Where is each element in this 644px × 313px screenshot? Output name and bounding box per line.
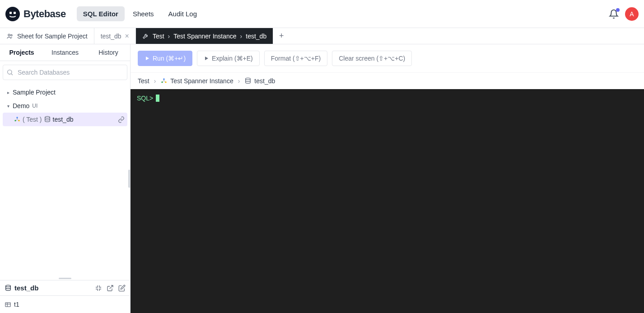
- schema-pane-title: test_db: [14, 284, 38, 292]
- logo[interactable]: Bytebase: [5, 7, 66, 21]
- tree-tag: UI: [32, 103, 37, 109]
- button-label: Format (⇧+⌥+F): [271, 55, 321, 62]
- play-icon: [145, 56, 150, 61]
- svg-point-6: [16, 117, 18, 118]
- svg-point-4: [11, 34, 12, 36]
- tab-crumb-instance: Test Spanner Instance: [173, 33, 236, 40]
- sql-terminal[interactable]: SQL>: [131, 89, 644, 313]
- spanner-icon: [160, 77, 168, 85]
- header-nav: SQL Editor Sheets Audit Log: [77, 6, 203, 21]
- tab-untitled[interactable]: test_db ×: [94, 28, 136, 44]
- explain-button[interactable]: Explain (⌘+E): [197, 51, 260, 66]
- schema-pane-actions: [95, 285, 126, 292]
- schema-pane-header: test_db: [0, 280, 130, 296]
- search-databases: [3, 65, 127, 80]
- chevron-right-icon: ▸: [5, 90, 11, 95]
- svg-point-0: [5, 7, 20, 21]
- app-header: Bytebase SQL Editor Sheets Audit Log A: [0, 0, 644, 28]
- svg-point-3: [8, 34, 10, 36]
- tree-db-testdb[interactable]: ( Test ) test_db: [3, 113, 127, 126]
- tab-label: test_db: [101, 33, 121, 40]
- svg-point-8: [18, 120, 19, 121]
- link-icon[interactable]: [118, 116, 125, 123]
- tab-crumb-env: Test: [153, 33, 164, 40]
- sidebar-resize-handle[interactable]: [128, 170, 130, 188]
- database-icon: [5, 285, 12, 292]
- spanner-icon: [14, 116, 21, 123]
- editor-tabs: Sheet for Sample Project test_db × Test …: [0, 28, 644, 44]
- tree-project-demo[interactable]: ▾ Demo UI: [3, 99, 127, 113]
- crumb-env[interactable]: Test: [138, 77, 149, 85]
- table-row[interactable]: t1: [5, 299, 126, 309]
- svg-point-5: [8, 70, 12, 74]
- svg-point-12: [163, 78, 165, 80]
- sidebar-tab-history[interactable]: History: [87, 44, 130, 61]
- database-icon: [244, 77, 252, 85]
- cursor-icon: [156, 95, 159, 102]
- notifications-button[interactable]: [609, 9, 619, 19]
- main-area: Projects Instances History ▸ Sample Proj…: [0, 44, 644, 313]
- logo-icon: [5, 7, 20, 21]
- chevron-right-icon: ›: [238, 77, 240, 85]
- svg-rect-2: [14, 12, 16, 14]
- tab-active-db[interactable]: Test › Test Spanner Instance › test_db: [136, 28, 273, 44]
- svg-point-7: [14, 120, 16, 121]
- query-toolbar: Run (⌘+↵) Explain (⌘+E) Format (⇧+⌥+F) C…: [131, 44, 644, 73]
- sidebar: Projects Instances History ▸ Sample Proj…: [0, 44, 131, 313]
- nav-sql-editor[interactable]: SQL Editor: [77, 6, 125, 21]
- sidebar-tab-instances[interactable]: Instances: [43, 44, 87, 61]
- svg-rect-1: [9, 12, 12, 14]
- clear-screen-button[interactable]: Clear screen (⇧+⌥+C): [332, 51, 412, 66]
- project-tree: ▸ Sample Project ▾ Demo UI ( Test ) test…: [0, 84, 130, 276]
- close-icon[interactable]: ×: [125, 32, 129, 40]
- crumb-instance[interactable]: Test Spanner Instance: [160, 77, 233, 85]
- svg-point-14: [165, 81, 167, 83]
- svg-point-10: [6, 285, 11, 287]
- tab-crumb-db: test_db: [246, 33, 266, 40]
- tree-label: Demo: [13, 102, 29, 109]
- database-icon: [44, 116, 51, 123]
- users-icon: [6, 33, 14, 40]
- schema-pane: test_db t: [0, 280, 130, 313]
- sidebar-tabs: Projects Instances History: [0, 44, 130, 61]
- tree-env: ( Test ): [23, 116, 42, 123]
- search-input[interactable]: [3, 65, 127, 80]
- header-right: A: [609, 7, 639, 21]
- run-button[interactable]: Run (⌘+↵): [138, 51, 192, 66]
- sidebar-tab-projects[interactable]: Projects: [0, 44, 43, 61]
- editor-content: Run (⌘+↵) Explain (⌘+E) Format (⇧+⌥+F) C…: [131, 44, 644, 313]
- chevron-right-icon: ›: [154, 77, 156, 85]
- shrink-icon[interactable]: [95, 285, 102, 292]
- terminal-prompt: SQL>: [137, 95, 153, 102]
- schema-tables: t1: [0, 296, 130, 313]
- edit-icon[interactable]: [118, 285, 126, 292]
- svg-point-13: [162, 81, 163, 83]
- add-tab-button[interactable]: +: [273, 28, 289, 44]
- chevron-down-icon: ▾: [5, 104, 11, 109]
- breadcrumb: Test › Test Spanner Instance › test_db: [131, 73, 644, 89]
- svg-point-15: [246, 78, 251, 80]
- tree-project-sample[interactable]: ▸ Sample Project: [3, 85, 127, 99]
- svg-point-9: [45, 116, 50, 118]
- svg-rect-11: [5, 303, 10, 307]
- format-button[interactable]: Format (⇧+⌥+F): [264, 51, 327, 66]
- tab-sheet-sample[interactable]: Sheet for Sample Project: [0, 28, 94, 44]
- notification-dot-icon: [616, 8, 620, 12]
- nav-sheets[interactable]: Sheets: [126, 6, 160, 21]
- nav-audit-log[interactable]: Audit Log: [162, 6, 203, 21]
- tree-label: Sample Project: [13, 89, 56, 96]
- avatar[interactable]: A: [625, 7, 639, 21]
- external-link-icon[interactable]: [107, 285, 114, 292]
- chevron-right-icon: ›: [240, 33, 243, 40]
- logo-text: Bytebase: [23, 8, 66, 20]
- search-icon: [6, 69, 14, 76]
- table-icon: [5, 301, 11, 308]
- wrench-icon: [142, 33, 149, 39]
- crumb-db[interactable]: test_db: [244, 77, 275, 85]
- tree-db-name: test_db: [53, 116, 74, 123]
- table-name: t1: [14, 301, 19, 308]
- button-label: Explain (⌘+E): [212, 55, 253, 62]
- play-icon: [204, 56, 209, 61]
- tab-label: Sheet for Sample Project: [17, 33, 88, 40]
- panel-resize-handle[interactable]: [0, 276, 130, 280]
